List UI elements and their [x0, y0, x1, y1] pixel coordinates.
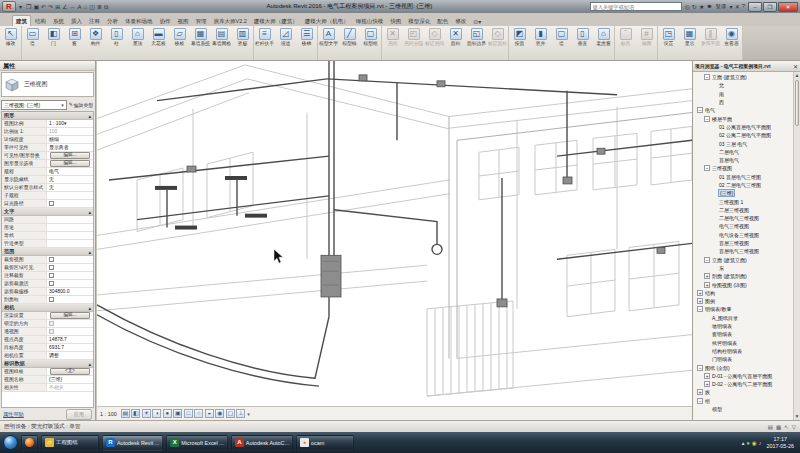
collapse-icon[interactable]: − — [697, 365, 703, 371]
tab-插入[interactable]: 插入 — [68, 16, 85, 26]
dimension-icon[interactable]: ↔ — [69, 2, 77, 12]
select-toggle-icon[interactable]: ↖ — [784, 424, 789, 430]
tree-item[interactable]: 首层三维视图 — [695, 239, 792, 247]
tab-建筑[interactable]: 建筑 — [12, 15, 31, 26]
ribbon-button-墙[interactable]: ▭墙 — [22, 27, 43, 46]
taskbar-button-Microsoft Excel ...[interactable]: XMicrosoft Excel ... — [166, 435, 228, 451]
apply-button[interactable]: 应用 — [66, 409, 92, 420]
ribbon-button-屋顶[interactable]: ⌂屋顶 — [127, 27, 148, 46]
search-icon[interactable]: ◎ — [684, 3, 691, 10]
tree-item[interactable]: 北 — [695, 81, 792, 89]
ribbon-button-竖梃[interactable]: ▥竖梃 — [232, 27, 253, 46]
tree-item[interactable]: 模型 — [695, 405, 792, 413]
tab-模型深化[interactable]: 模型深化 — [405, 16, 433, 26]
tree-item[interactable]: +D-02 - 公寓电气二层平面图 — [695, 380, 792, 388]
exchange-apps-icon[interactable]: ✕ — [734, 3, 741, 10]
scrollbar-thumb[interactable] — [795, 80, 799, 126]
tree-item[interactable]: −三维视图 — [695, 164, 792, 172]
minimize-button[interactable]: – — [748, 2, 762, 12]
expand-icon[interactable]: + — [697, 290, 703, 296]
property-edit-button[interactable]: 编辑... — [50, 312, 90, 319]
ribbon-button-面积边界[interactable]: ◱面积边界 — [466, 27, 487, 46]
ribbon-state-toggle-icon[interactable]: ⊙▾ — [473, 18, 481, 26]
collapse-icon[interactable]: − — [704, 165, 710, 171]
taskbar-button-Autodesk Revit ...[interactable]: RAutodesk Revit ... — [102, 435, 163, 451]
constraints-icon[interactable]: ⊥ — [236, 409, 245, 418]
tree-item[interactable]: 03 三层 电气 — [695, 139, 792, 147]
tree-item[interactable]: 01 首层电气三维图 — [695, 173, 792, 181]
expand-icon[interactable]: + — [697, 298, 703, 304]
shadows-icon[interactable]: ◑ — [152, 409, 161, 418]
ribbon-button-窗[interactable]: ⊞窗 — [64, 27, 85, 46]
taskbar-button-工程图纸[interactable]: ▱工程图纸 — [41, 435, 99, 451]
save-icon[interactable]: ▣ — [32, 2, 40, 12]
tree-item[interactable]: 东 — [695, 264, 792, 272]
tab-建模大师（建筑）[interactable]: 建模大师（建筑） — [251, 16, 301, 26]
ribbon-button-楼板[interactable]: ▱楼板 — [169, 27, 190, 46]
close-browser-icon[interactable]: ✕ — [793, 63, 798, 70]
refresh-icon[interactable]: ↻ — [691, 3, 698, 10]
tree-item[interactable]: 线管明细表 — [695, 339, 792, 347]
redo-icon[interactable]: ↷ — [47, 2, 54, 12]
revit-logo-icon[interactable]: R — [2, 1, 16, 12]
tab-系统[interactable]: 系统 — [50, 16, 67, 26]
tree-item[interactable]: −立面 (建筑立面) — [695, 256, 792, 264]
tab-橄榄山快模[interactable]: 橄榄山快模 — [353, 16, 387, 26]
scroll-down-icon[interactable]: ▼ — [794, 413, 800, 420]
ribbon-button-幕墙系统[interactable]: ▦幕墙系统 — [190, 27, 211, 46]
ribbon-button-显示[interactable]: ▦显示 — [679, 27, 700, 46]
expand-icon[interactable]: + — [704, 273, 710, 279]
crop-view-icon[interactable]: ▣ — [173, 409, 182, 418]
tree-item[interactable]: 二层电气 — [695, 148, 792, 156]
ribbon-button-修改[interactable]: ↖修改 — [0, 27, 21, 46]
section-icon[interactable]: ◫ — [88, 2, 96, 12]
measure-icon[interactable]: ∠ — [61, 2, 68, 12]
tab-族库大师V2.2[interactable]: 族库大师V2.2 — [211, 16, 250, 26]
property-checkbox[interactable] — [49, 265, 54, 270]
ribbon-button-门[interactable]: ◧门 — [43, 27, 64, 46]
unlocked-view-icon[interactable]: ○ — [194, 409, 203, 418]
property-checkbox[interactable] — [49, 297, 54, 302]
collapse-icon[interactable]: − — [704, 257, 710, 263]
temporary-hide-icon[interactable]: ◒ — [205, 409, 214, 418]
property-checkbox[interactable] — [49, 201, 54, 206]
collapse-icon[interactable]: − — [704, 116, 710, 122]
thin-lines-icon[interactable]: ≣ — [96, 2, 103, 12]
tree-item[interactable]: 电气设备三维视图 — [695, 231, 792, 239]
tree-item[interactable]: 二层三维视图 — [695, 206, 792, 214]
help-icon[interactable]: ? — [741, 3, 746, 10]
tab-建模大师（机电）[interactable]: 建模大师（机电） — [302, 16, 352, 26]
favorites-icon[interactable]: ★ — [698, 3, 705, 10]
property-edit-button[interactable]: 编辑... — [50, 160, 90, 167]
tab-修改[interactable]: 修改 — [452, 16, 469, 26]
ribbon-button-墙[interactable]: ▢墙 — [551, 27, 572, 46]
expand-icon[interactable]: + — [704, 373, 710, 379]
property-edit-button[interactable]: <无> — [50, 368, 90, 375]
property-checkbox[interactable] — [49, 281, 54, 286]
taskbar-button-Autodesk AutoC...[interactable]: AAutodesk AutoC... — [231, 435, 293, 451]
edit-type-button[interactable]: ✎ 编辑类型 — [68, 102, 94, 108]
property-group-图形[interactable]: 图形▴ — [2, 112, 93, 120]
ribbon-button-模型线[interactable]: ╱模型线 — [339, 27, 360, 46]
tab-结构[interactable]: 结构 — [32, 16, 49, 26]
property-group-相机[interactable]: 相机▴ — [2, 304, 93, 312]
switch-windows-icon[interactable]: ⧉ — [103, 2, 109, 12]
tree-item[interactable]: −组 — [695, 397, 792, 405]
tree-item[interactable]: A_图纸目录 — [695, 314, 792, 322]
ribbon-button-坡道[interactable]: ◿坡道 — [275, 27, 296, 46]
tree-item[interactable]: +图例 — [695, 297, 792, 305]
expand-icon[interactable]: + — [697, 389, 703, 395]
property-checkbox[interactable] — [49, 273, 54, 278]
ribbon-button-栏杆扶手[interactable]: ≡栏杆扶手 — [254, 27, 275, 46]
tree-item[interactable]: +族 — [695, 388, 792, 396]
property-value[interactable]: 1 : 100 ▾ — [47, 120, 93, 127]
collapse-icon[interactable]: − — [697, 107, 703, 113]
scroll-up-icon[interactable]: ▲ — [794, 72, 800, 79]
firefox-taskbar-icon[interactable] — [21, 435, 38, 451]
properties-help-link[interactable]: 属性帮助 — [3, 411, 24, 418]
tree-item[interactable]: +D-01 - 公寓电气首层平面图 — [695, 372, 792, 380]
tree-item[interactable]: 三维视图 1 — [695, 197, 792, 205]
ribbon-button-幕墙网格[interactable]: ▤幕墙网格 — [211, 27, 232, 46]
property-edit-button[interactable]: 编辑... — [50, 152, 90, 159]
ribbon-button-模型文字[interactable]: A模型文字 — [318, 27, 339, 46]
